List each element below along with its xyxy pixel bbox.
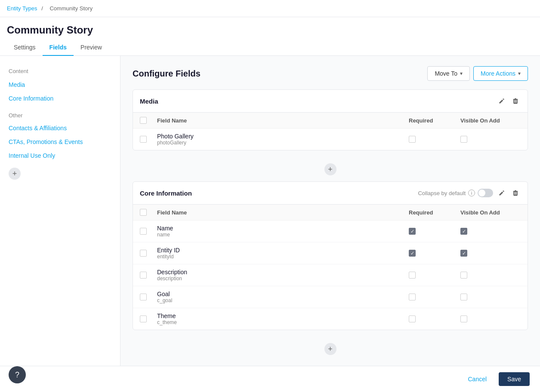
help-button[interactable]: ? [9, 366, 26, 383]
bottom-bar: Cancel Save [0, 366, 540, 392]
entityid-field-name: Entity ID entityId [157, 247, 409, 260]
table-row: Name name [133, 220, 528, 242]
save-button[interactable]: Save [499, 372, 530, 386]
trash-icon [512, 190, 519, 196]
add-section-button-1[interactable]: + [324, 163, 336, 175]
header-actions: Move To ▾ More Actions ▾ [427, 66, 528, 81]
name-field-name: Name name [157, 225, 409, 238]
section-core-actions: Collapse by default i [418, 188, 521, 198]
core-table-header: Field Name Required Visible On Add [133, 205, 528, 220]
sidebar-item-core-information[interactable]: Core Information [0, 92, 120, 105]
sidebar-content-label: Content [0, 64, 120, 78]
configure-header: Configure Fields Move To ▾ More Actions … [133, 66, 528, 81]
section-media-header: Media [133, 90, 528, 113]
main-layout: Content Media Core Information Other Con… [0, 56, 540, 392]
goal-visible-checkbox[interactable] [460, 294, 467, 300]
pencil-icon [498, 98, 505, 104]
media-col-field-name: Field Name [157, 117, 409, 124]
section-core-edit-button[interactable] [497, 188, 507, 198]
breadcrumb: Entity Types / Community Story [0, 0, 540, 17]
core-col-visible: Visible On Add [460, 209, 521, 216]
collapse-meta: Collapse by default i [418, 189, 493, 197]
table-row: Entity ID entityId [133, 242, 528, 264]
more-actions-button[interactable]: More Actions ▾ [473, 66, 528, 81]
core-col-field-name: Field Name [157, 209, 409, 216]
description-field-name: Description description [157, 269, 409, 282]
entityid-visible-checkbox[interactable] [460, 250, 467, 257]
name-visible-checkbox[interactable] [460, 228, 467, 235]
photo-gallery-required-checkbox[interactable] [409, 136, 416, 143]
media-select-all-checkbox[interactable] [140, 117, 147, 124]
move-to-label: Move To [435, 70, 457, 77]
toggle-thumb [478, 190, 485, 196]
more-actions-label: More Actions [481, 70, 515, 77]
table-row: Goal c_goal [133, 286, 528, 308]
section-core-title: Core Information [140, 190, 192, 197]
section-media: Media Field Name Required Visible On A [133, 89, 528, 150]
theme-field-name: Theme c_theme [157, 312, 409, 325]
description-select-checkbox[interactable] [140, 272, 147, 279]
add-section-button-2[interactable]: + [324, 343, 336, 355]
sidebar-item-internal[interactable]: Internal Use Only [0, 149, 120, 162]
cancel-button[interactable]: Cancel [461, 372, 494, 386]
breadcrumb-separator: / [41, 5, 43, 12]
theme-required-checkbox[interactable] [409, 315, 416, 322]
section-media-actions [497, 96, 521, 106]
table-row: Photo Gallery photoGallery [133, 129, 528, 150]
core-col-required: Required [409, 209, 460, 216]
sidebar-add-button[interactable]: + [9, 168, 21, 180]
sidebar-add-group: + [0, 162, 120, 185]
more-actions-chevron-icon: ▾ [518, 70, 521, 77]
goal-required-checkbox[interactable] [409, 294, 416, 300]
section-media-delete-button[interactable] [510, 96, 521, 106]
name-required-checkbox[interactable] [409, 228, 416, 235]
tab-fields[interactable]: Fields [43, 40, 74, 56]
sidebar: Content Media Core Information Other Con… [0, 56, 120, 392]
entityid-required-checkbox[interactable] [409, 250, 416, 257]
name-select-checkbox[interactable] [140, 228, 147, 235]
add-group-after-core: + [133, 337, 528, 361]
media-col-visible: Visible On Add [460, 117, 521, 124]
media-col-required: Required [409, 117, 460, 124]
tab-settings[interactable]: Settings [7, 40, 43, 56]
tabs-bar: Settings Fields Preview [0, 40, 540, 56]
goal-field-name: Goal c_goal [157, 291, 409, 303]
entityid-select-checkbox[interactable] [140, 250, 147, 257]
tab-preview[interactable]: Preview [74, 40, 109, 56]
table-row: Description description [133, 264, 528, 286]
table-row: Theme c_theme [133, 308, 528, 330]
trash-icon [512, 98, 519, 104]
collapse-info-icon: i [468, 190, 475, 196]
collapse-toggle[interactable] [478, 189, 493, 197]
section-media-edit-button[interactable] [497, 96, 507, 106]
section-core-delete-button[interactable] [510, 188, 521, 198]
section-media-title: Media [140, 98, 158, 105]
media-table-header: Field Name Required Visible On Add [133, 113, 528, 129]
content-area: Configure Fields Move To ▾ More Actions … [120, 56, 540, 392]
pencil-icon [498, 190, 505, 196]
configure-title: Configure Fields [133, 69, 201, 79]
breadcrumb-current: Community Story [49, 5, 93, 12]
move-to-chevron-icon: ▾ [460, 70, 463, 77]
photo-gallery-select-checkbox[interactable] [140, 136, 147, 143]
core-select-all-checkbox[interactable] [140, 209, 147, 216]
photo-gallery-field-name: Photo Gallery photoGallery [157, 133, 409, 146]
sidebar-item-media[interactable]: Media [0, 78, 120, 92]
add-group-between-media-core: + [133, 157, 528, 181]
page-title: Community Story [0, 17, 540, 36]
theme-select-checkbox[interactable] [140, 315, 147, 322]
section-core-header: Core Information Collapse by default i [133, 182, 528, 205]
section-core-information: Core Information Collapse by default i [133, 181, 528, 330]
sidebar-item-ctas[interactable]: CTAs, Promotions & Events [0, 135, 120, 149]
theme-visible-checkbox[interactable] [460, 315, 467, 322]
description-required-checkbox[interactable] [409, 272, 416, 279]
collapse-label: Collapse by default [418, 190, 466, 196]
description-visible-checkbox[interactable] [460, 272, 467, 279]
sidebar-item-contacts[interactable]: Contacts & Affiliations [0, 121, 120, 135]
breadcrumb-link[interactable]: Entity Types [7, 5, 37, 12]
move-to-button[interactable]: Move To ▾ [427, 66, 470, 81]
photo-gallery-visible-checkbox[interactable] [460, 136, 467, 143]
goal-select-checkbox[interactable] [140, 294, 147, 300]
sidebar-other-label: Other [0, 105, 120, 121]
